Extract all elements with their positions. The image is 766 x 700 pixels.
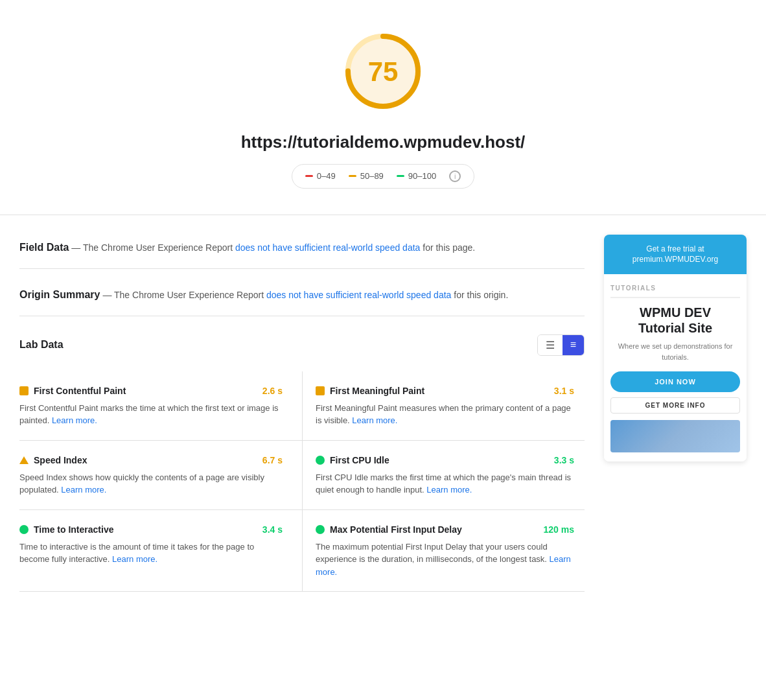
metric-icon-4 — [19, 525, 29, 534]
metric-value-5: 120 ms — [544, 523, 574, 537]
legend-dash-red — [305, 175, 313, 177]
metric-name-4: Time to Interactive — [34, 523, 113, 537]
metric-desc-1: First Meaningful Paint measures when the… — [316, 402, 574, 427]
metric-title-wrap-4: Time to Interactive — [19, 523, 113, 537]
join-now-button[interactable]: JOIN NOW — [610, 371, 740, 392]
metric-title-wrap-3: First CPU Idle — [316, 454, 389, 467]
metric-icon-5 — [316, 525, 325, 534]
metric-value-4: 3.4 s — [262, 523, 283, 537]
legend-dash-orange — [349, 175, 356, 177]
top-divider — [0, 215, 766, 215]
get-more-info-button[interactable]: GET MORE INFO — [610, 397, 740, 414]
sidebar: Get a free trial atpremium.WPMUDEV.org T… — [604, 235, 747, 462]
metric-name-5: Max Potential First Input Delay — [330, 523, 462, 537]
legend-label-green: 90–100 — [408, 170, 436, 183]
sidebar-image — [610, 420, 740, 452]
metric-learn-more-4[interactable]: Learn more. — [112, 554, 157, 564]
origin-summary-section: Origin Summary — The Chrome User Experie… — [19, 269, 585, 316]
metric-name-1: First Meaningful Paint — [330, 384, 424, 398]
metric-name-2: Speed Index — [34, 454, 87, 467]
metrics-grid: First Contentful Paint 2.6 s First Conte… — [19, 371, 585, 592]
sidebar-ad-header: Get a free trial atpremium.WPMUDEV.org — [604, 235, 747, 275]
metric-header-2: Speed Index 6.7 s — [19, 454, 283, 467]
metric-header-1: First Meaningful Paint 3.1 s — [316, 384, 574, 398]
field-data-link[interactable]: does not have sufficient real-world spee… — [235, 242, 420, 253]
metric-learn-more-3[interactable]: Learn more. — [426, 485, 472, 495]
view-toggle[interactable]: ☰ ≡ — [537, 334, 585, 356]
metric-item-2: Speed Index 6.7 s Speed Index shows how … — [19, 441, 302, 510]
sidebar-ad-header-text: Get a free trial atpremium.WPMUDEV.org — [633, 244, 718, 264]
sidebar-site-title: WPMU DEVTutorial Site — [610, 305, 740, 336]
metric-learn-more-2[interactable]: Learn more. — [61, 485, 106, 495]
sidebar-ad-body: TUTORIALS WPMU DEVTutorial Site Where we… — [604, 274, 747, 461]
info-icon[interactable]: i — [449, 170, 461, 182]
field-data-text-before: — The Chrome User Experience Report — [71, 242, 235, 253]
metric-header-4: Time to Interactive 3.4 s — [19, 523, 283, 537]
metric-desc-0: First Contentful Paint marks the time at… — [19, 402, 283, 427]
score-url: https://tutorialdemo.wpmudev.host/ — [241, 130, 526, 155]
legend-item-red: 0–49 — [305, 170, 336, 183]
metric-icon-0 — [19, 386, 29, 395]
metric-header-5: Max Potential First Input Delay 120 ms — [316, 523, 574, 537]
origin-text-after: for this origin. — [451, 290, 508, 300]
metric-item-0: First Contentful Paint 2.6 s First Conte… — [19, 371, 302, 441]
lab-data-title: Lab Data — [19, 337, 64, 353]
origin-link[interactable]: does not have sufficient real-world spee… — [266, 290, 451, 300]
grid-view-button[interactable]: ≡ — [563, 335, 584, 355]
metric-name-3: First CPU Idle — [330, 454, 389, 467]
lab-data-section: Lab Data ☰ ≡ First Contentful Paint — [19, 316, 585, 592]
legend-item-orange: 50–89 — [349, 170, 384, 183]
origin-summary-text: — The Chrome User Experience Report does… — [102, 290, 508, 300]
sidebar-site-desc: Where we set up demonstrations for tutor… — [610, 341, 740, 362]
metric-icon-3 — [316, 456, 325, 465]
metric-desc-3: First CPU Idle marks the first time at w… — [316, 471, 574, 496]
field-data-text: — The Chrome User Experience Report does… — [71, 242, 475, 253]
metric-desc-4: Time to interactive is the amount of tim… — [19, 541, 283, 566]
main-content: Field Data — The Chrome User Experience … — [19, 222, 585, 592]
metric-title-wrap-1: First Meaningful Paint — [316, 384, 424, 398]
origin-text-before: — The Chrome User Experience Report — [102, 290, 266, 300]
legend-label-orange: 50–89 — [360, 170, 384, 183]
score-section: 75 https://tutorialdemo.wpmudev.host/ 0–… — [241, 0, 526, 208]
metric-name-0: First Contentful Paint — [34, 384, 126, 398]
metric-icon-1 — [316, 386, 325, 395]
origin-summary-title: Origin Summary — [19, 289, 100, 300]
sidebar-tutorials-label: TUTORIALS — [610, 283, 740, 298]
legend-dash-green — [397, 175, 404, 177]
metric-value-0: 2.6 s — [262, 384, 283, 398]
metric-value-3: 3.3 s — [554, 454, 574, 467]
metric-title-wrap-2: Speed Index — [19, 454, 87, 467]
metric-value-1: 3.1 s — [554, 384, 574, 398]
field-data-text-after: for this page. — [420, 242, 475, 253]
metric-title-wrap-0: First Contentful Paint — [19, 384, 126, 398]
metric-item-4: Time to Interactive 3.4 s Time to intera… — [19, 510, 302, 592]
metric-learn-more-5[interactable]: Learn more. — [316, 554, 571, 577]
metric-desc-2: Speed Index shows how quickly the conten… — [19, 471, 283, 496]
metric-item-5: Max Potential First Input Delay 120 ms T… — [302, 510, 585, 592]
metric-item-3: First CPU Idle 3.3 s First CPU Idle mark… — [302, 441, 585, 510]
metric-header-0: First Contentful Paint 2.6 s — [19, 384, 283, 398]
metric-learn-more-1[interactable]: Learn more. — [352, 415, 397, 425]
metric-learn-more-0[interactable]: Learn more. — [52, 415, 97, 425]
lab-data-header: Lab Data ☰ ≡ — [19, 334, 585, 356]
metric-desc-5: The maximum potential First Input Delay … — [316, 541, 574, 579]
metric-value-2: 6.7 s — [262, 454, 283, 467]
field-data-title: Field Data — [19, 242, 69, 253]
content-area: Field Data — The Chrome User Experience … — [0, 222, 766, 592]
metric-title-wrap-5: Max Potential First Input Delay — [316, 523, 462, 537]
metric-header-3: First CPU Idle 3.3 s — [316, 454, 574, 467]
score-value: 75 — [368, 51, 399, 92]
score-ring: 75 — [338, 26, 428, 117]
legend-label-red: 0–49 — [317, 170, 336, 183]
metric-icon-2 — [19, 456, 29, 464]
legend-item-green: 90–100 — [397, 170, 436, 183]
sidebar-ad: Get a free trial atpremium.WPMUDEV.org T… — [604, 235, 747, 462]
list-view-button[interactable]: ☰ — [538, 335, 563, 355]
metric-item-1: First Meaningful Paint 3.1 s First Meani… — [302, 371, 585, 441]
field-data-section: Field Data — The Chrome User Experience … — [19, 222, 585, 269]
score-legend: 0–49 50–89 90–100 i — [292, 164, 474, 189]
